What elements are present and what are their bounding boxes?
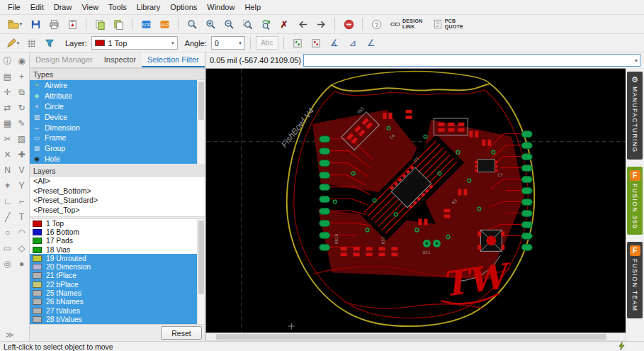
preset-row[interactable]: <Preset_Bottom> (30, 186, 205, 196)
mark-tool-icon[interactable]: + (15, 70, 29, 83)
type-row-group[interactable]: ▦Group (30, 143, 197, 154)
layer-select[interactable]: 1 Top ▾ (91, 36, 178, 50)
layer-row-18-vias[interactable]: 18 Vias (30, 245, 197, 254)
menu-library[interactable]: Library (132, 1, 166, 13)
redo-button[interactable] (312, 16, 329, 32)
delta-angle-icon[interactable]: ⊿ (344, 35, 361, 51)
menu-view[interactable]: View (77, 1, 103, 13)
add-part-icon[interactable]: ✚ (15, 148, 29, 161)
miter-style-icon[interactable]: ∠ (363, 35, 380, 51)
type-row-hole[interactable]: ◉Hole (30, 154, 197, 165)
copy-tool-icon[interactable]: ⧉ (15, 86, 29, 99)
pcb-quote-button[interactable]: PCBQUOTE (429, 16, 468, 32)
rect-tool-icon[interactable]: ▭ (1, 242, 15, 255)
type-row-dimension[interactable]: ↔Dimension (30, 122, 197, 133)
tab-selection-filter[interactable]: Selection Filter (142, 52, 205, 67)
right-tab-fusion-team[interactable]: FFUSION TEAM (627, 242, 643, 318)
layer-row-17-pads[interactable]: 17 Pads (30, 237, 197, 245)
layer-row-1-top[interactable]: 1 Top (30, 219, 197, 228)
value-tool-icon[interactable]: V (15, 164, 29, 177)
wire-style-button[interactable]: ▾ (4, 35, 21, 51)
preset-row[interactable]: <Preset_Top> (30, 206, 205, 216)
layer-row-20-dimension[interactable]: 20 Dimension (30, 262, 197, 271)
scrollbar-thumb[interactable] (198, 221, 204, 294)
show-tool-icon[interactable]: ◉ (15, 55, 29, 67)
board-canvas[interactable]: FishBowl V4 TW U$10US7U$5C4U1R3C7US1 (205, 68, 626, 333)
type-row-device[interactable]: ▥Device (30, 111, 197, 122)
expand-tools-icon[interactable]: ≫ (6, 330, 14, 340)
help-button[interactable]: ? (368, 16, 385, 32)
design-link-button[interactable]: DESIGNLINK (386, 16, 427, 32)
tab-design-manager[interactable]: Design Manager (30, 52, 98, 67)
zoom-select-button[interactable] (239, 16, 256, 32)
group-tool-icon[interactable]: ▦ (1, 117, 15, 130)
angle-select[interactable]: 0 ▾ (211, 36, 245, 50)
ripup-tool-icon[interactable]: ⌐ (15, 195, 29, 208)
selection-filter-button[interactable] (41, 35, 58, 51)
layer-row-26-bnames[interactable]: 26 bNames (30, 298, 197, 306)
pad-display-button[interactable] (289, 35, 306, 51)
layer-row-21-tplace[interactable]: 21 tPlace (30, 272, 197, 280)
smash-tool-icon[interactable]: ✶ (1, 179, 15, 192)
type-row-circle[interactable]: ●Circle (30, 101, 197, 112)
layer-row-22-bplace[interactable]: 22 bPlace (30, 280, 197, 289)
undo-button[interactable] (294, 16, 311, 32)
layer-row-27-tvalues[interactable]: 27 tValues (30, 306, 197, 315)
layers-scrollbar[interactable] (197, 219, 205, 324)
reset-button[interactable]: Reset (161, 326, 202, 340)
hole-tool-icon[interactable]: ● (15, 257, 29, 270)
circle-tool-icon[interactable]: ○ (1, 226, 15, 239)
type-row-frame[interactable]: ▭Frame (30, 133, 197, 143)
abc-button[interactable]: Abc (256, 36, 278, 50)
right-tab-fusion-360[interactable]: FFUSION 360 (627, 167, 643, 235)
menu-edit[interactable]: Edit (26, 1, 49, 13)
menu-file[interactable]: File (3, 1, 26, 13)
text-tool-icon[interactable]: T (15, 211, 29, 223)
zoom-in-button[interactable] (202, 16, 219, 32)
zoom-redraw-button[interactable] (257, 16, 274, 32)
preset-row[interactable]: <All> (30, 177, 205, 186)
switch-schematic-button[interactable] (91, 16, 108, 32)
zoom-out-button[interactable] (220, 16, 237, 32)
print-button[interactable] (45, 16, 62, 32)
switch-board-button[interactable] (110, 16, 127, 32)
via-display-button[interactable] (307, 35, 324, 51)
layer-row-19-unrouted[interactable]: 19 Unrouted (30, 254, 197, 262)
layer-row-16-bottom[interactable]: 16 Bottom (30, 228, 197, 236)
info-tool-icon[interactable]: ⓘ (1, 55, 15, 67)
via-tool-icon[interactable]: ◎ (1, 257, 15, 270)
stop-command-button[interactable]: ✗ (276, 16, 293, 32)
save-button[interactable] (27, 16, 44, 32)
menu-draw[interactable]: Draw (49, 1, 77, 13)
run-ulp-button[interactable]: ULP (156, 16, 173, 32)
right-tab-manufacturing[interactable]: ⚙MANUFACTURING (627, 72, 643, 160)
types-scrollbar[interactable] (197, 80, 205, 165)
horizontal-scrollbar[interactable] (205, 333, 626, 341)
layer-row-28-bvalues[interactable]: 28 bValues (30, 315, 197, 323)
tab-inspector[interactable]: Inspector (98, 52, 142, 67)
wire-tool-icon[interactable]: ╱ (1, 211, 15, 223)
layer-row-25-tnames[interactable]: 25 tNames (30, 289, 197, 297)
type-row-airwire[interactable]: ~Airwire (30, 80, 197, 91)
angle-measure-icon[interactable]: ∡ (326, 35, 343, 51)
delete-tool-icon[interactable]: ✕ (1, 148, 15, 161)
grid-button[interactable] (23, 35, 40, 51)
change-tool-icon[interactable]: ✎ (15, 117, 29, 130)
type-row-attribute[interactable]: ◆Attribute (30, 91, 197, 101)
polygon-tool-icon[interactable]: ◇ (15, 242, 29, 255)
paste-tool-icon[interactable]: ▧ (15, 133, 29, 145)
command-line-input[interactable]: ▾ (303, 54, 640, 67)
menu-options[interactable]: Options (165, 1, 202, 13)
display-layers-icon[interactable]: ▤ (1, 70, 15, 83)
zoom-fit-button[interactable] (183, 16, 200, 32)
menu-tools[interactable]: Tools (103, 1, 132, 13)
cut-tool-icon[interactable]: ✂ (1, 133, 15, 145)
route-tool-icon[interactable]: ∟ (1, 195, 15, 208)
mirror-tool-icon[interactable]: ⇄ (1, 101, 15, 114)
menu-window[interactable]: Window (202, 1, 239, 13)
split-tool-icon[interactable]: Y (15, 179, 29, 192)
cam-processor-button[interactable] (64, 16, 81, 32)
scrollbar-thumb[interactable] (216, 334, 606, 340)
scrollbar-thumb[interactable] (198, 82, 204, 120)
stop-sign-button[interactable] (340, 16, 357, 32)
